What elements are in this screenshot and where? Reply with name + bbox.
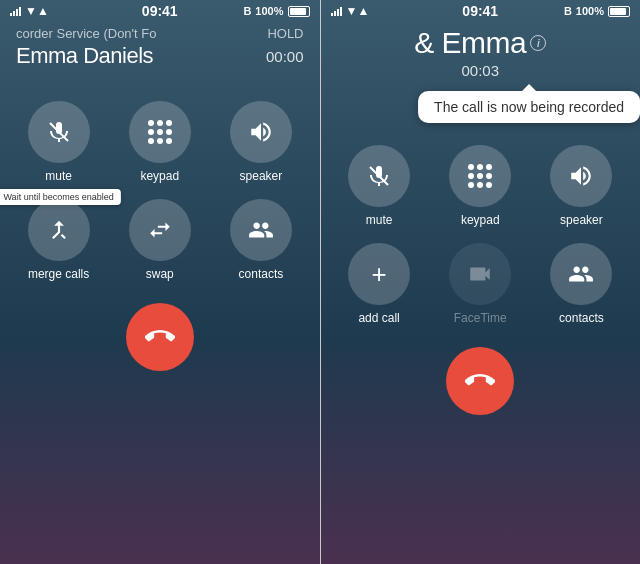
swap-circle-left[interactable] xyxy=(129,199,191,261)
contacts-button-left[interactable]: contacts xyxy=(218,199,303,281)
end-call-area-right xyxy=(321,337,641,435)
mute-icon-right xyxy=(367,164,391,188)
swap-icon-left xyxy=(147,217,173,243)
speaker-button-right[interactable]: speaker xyxy=(539,145,624,227)
facetime-circle-right[interactable] xyxy=(449,243,511,305)
keypad-circle-left[interactable] xyxy=(129,101,191,163)
signal-icon xyxy=(10,6,21,16)
signal-icon-right xyxy=(331,6,342,16)
end-call-button-right[interactable] xyxy=(446,347,514,415)
keypad-button-left[interactable]: keypad xyxy=(117,101,202,183)
battery-level-left: 100% xyxy=(255,5,283,17)
mute-circle-left[interactable] xyxy=(28,101,90,163)
mute-button-left[interactable]: mute Wait until becomes enabled xyxy=(16,101,101,183)
mute-circle-right[interactable] xyxy=(348,145,410,207)
contacts-circle-right[interactable] xyxy=(550,243,612,305)
status-bar-left: ▼▲ 09:41 B 100% xyxy=(0,0,320,22)
status-time-left: 09:41 xyxy=(142,3,178,19)
caller-name-row: & Emma i xyxy=(337,26,625,60)
status-left-right: ▼▲ xyxy=(331,4,370,18)
status-right-right: B 100% xyxy=(564,5,630,17)
active-caller-name: Emma Daniels xyxy=(16,43,153,69)
wifi-icon-right: ▼▲ xyxy=(346,4,370,18)
keypad-circle-right[interactable] xyxy=(449,145,511,207)
hold-label: HOLD xyxy=(267,26,303,41)
add-call-button-right[interactable]: + add call xyxy=(337,243,422,325)
buttons-grid-right: mute keypad xyxy=(321,133,641,337)
add-icon-right: + xyxy=(371,261,386,287)
contacts-circle-left[interactable] xyxy=(230,199,292,261)
active-caller-name-right: & Emma xyxy=(414,26,526,60)
right-phone-screen: ▼▲ 09:41 B 100% & Emma i 00:03 The call … xyxy=(321,0,641,564)
contacts-icon-left xyxy=(248,217,274,243)
contacts-icon-right xyxy=(568,261,594,287)
call-header-left: corder Service (Don't Fo HOLD Emma Danie… xyxy=(0,22,320,69)
mute-label-left: mute xyxy=(45,169,72,183)
swap-label-left: swap xyxy=(146,267,174,281)
keypad-label-right: keypad xyxy=(461,213,500,227)
contacts-label-left: contacts xyxy=(239,267,284,281)
end-call-icon-right xyxy=(465,366,495,396)
info-icon-right[interactable]: i xyxy=(530,35,546,51)
end-call-area-left xyxy=(0,293,320,391)
wifi-icon: ▼▲ xyxy=(25,4,49,18)
battery-icon-right xyxy=(608,6,630,17)
contacts-label-right: contacts xyxy=(559,311,604,325)
facetime-button-right[interactable]: FaceTime xyxy=(438,243,523,325)
speaker-circle-right[interactable] xyxy=(550,145,612,207)
facetime-label-right: FaceTime xyxy=(454,311,507,325)
call-timer-right: 00:03 xyxy=(337,62,625,79)
speaker-icon-right xyxy=(568,163,594,189)
left-phone-screen: ▼▲ 09:41 B 100% corder Service (Don't Fo… xyxy=(0,0,320,564)
merge-button-left[interactable]: merge calls xyxy=(16,199,101,281)
status-time-right: 09:41 xyxy=(462,3,498,19)
battery-icon-left xyxy=(288,6,310,17)
buttons-grid-left: mute Wait until becomes enabled keypad xyxy=(0,89,320,293)
end-call-button-left[interactable] xyxy=(126,303,194,371)
speaker-button-left[interactable]: speaker xyxy=(218,101,303,183)
add-call-label-right: add call xyxy=(358,311,399,325)
recording-tooltip-container: The call is now being recorded xyxy=(321,85,641,123)
battery-level-right: 100% xyxy=(576,5,604,17)
merge-label-left: merge calls xyxy=(28,267,89,281)
keypad-label-left: keypad xyxy=(140,169,179,183)
hold-row: corder Service (Don't Fo HOLD xyxy=(16,26,304,41)
recording-tooltip: The call is now being recorded xyxy=(418,91,640,123)
add-call-circle-right[interactable]: + xyxy=(348,243,410,305)
mute-label-right: mute xyxy=(366,213,393,227)
bluetooth-icon-right: B xyxy=(564,5,572,17)
facetime-icon-right xyxy=(467,261,493,287)
keypad-icon-left xyxy=(148,120,172,144)
merge-icon-left xyxy=(46,217,72,243)
mute-button-right[interactable]: mute xyxy=(337,145,422,227)
end-call-icon-left xyxy=(145,322,175,352)
keypad-icon-right xyxy=(468,164,492,188)
merge-circle-left[interactable] xyxy=(28,199,90,261)
call-timer-left: 00:00 xyxy=(266,48,304,65)
bluetooth-icon-left: B xyxy=(243,5,251,17)
hold-caller-name: corder Service (Don't Fo xyxy=(16,26,156,41)
swap-button-left[interactable]: swap xyxy=(117,199,202,281)
call-header-right: & Emma i 00:03 xyxy=(321,22,641,79)
status-right-left: B 100% xyxy=(243,5,309,17)
mute-icon-left xyxy=(47,120,71,144)
status-bar-right: ▼▲ 09:41 B 100% xyxy=(321,0,641,22)
speaker-label-right: speaker xyxy=(560,213,603,227)
contacts-button-right[interactable]: contacts xyxy=(539,243,624,325)
speaker-label-left: speaker xyxy=(240,169,283,183)
status-left: ▼▲ xyxy=(10,4,49,18)
speaker-circle-left[interactable] xyxy=(230,101,292,163)
keypad-button-right[interactable]: keypad xyxy=(438,145,523,227)
speaker-icon-left xyxy=(248,119,274,145)
